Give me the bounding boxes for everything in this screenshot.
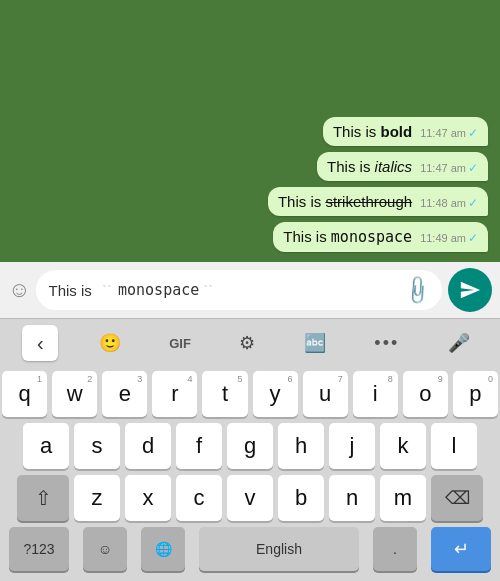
message-bold-text: This is bold: [333, 123, 412, 140]
language-key[interactable]: English: [199, 527, 359, 571]
key-r[interactable]: 4r: [152, 371, 197, 417]
key-m[interactable]: m: [380, 475, 426, 521]
key-d[interactable]: d: [125, 423, 171, 469]
keyboard-toolbar: ‹ 🙂 GIF ⚙ 🔤 ••• 🎤: [0, 318, 500, 367]
key-n[interactable]: n: [329, 475, 375, 521]
key-j[interactable]: j: [329, 423, 375, 469]
key-g[interactable]: g: [227, 423, 273, 469]
key-c[interactable]: c: [176, 475, 222, 521]
message-monospace: This is monospace 11:49 am ✓: [273, 222, 488, 252]
keyboard: 1q 2w 3e 4r 5t 6y 7u 8i 9o 0p a s d f g …: [0, 367, 500, 521]
read-check-3: ✓: [468, 196, 478, 210]
key-z[interactable]: z: [74, 475, 120, 521]
translate-button[interactable]: 🔤: [296, 328, 334, 358]
input-bar: ☺ This is `` monospace `` 📎: [0, 262, 500, 318]
translate-icon: 🔤: [304, 332, 326, 354]
num-key[interactable]: ?123: [9, 527, 69, 571]
message-strike-text: This is strikethrough: [278, 193, 412, 210]
message-bold: This is bold 11:47 am ✓: [323, 117, 488, 146]
key-y[interactable]: 6y: [253, 371, 298, 417]
more-button[interactable]: •••: [366, 329, 407, 358]
key-q[interactable]: 1q: [2, 371, 47, 417]
key-l[interactable]: l: [431, 423, 477, 469]
key-u[interactable]: 7u: [303, 371, 348, 417]
keyboard-row-3: ⇧ z x c v b n m ⌫: [2, 475, 498, 521]
message-italic: This is italics 11:47 am ✓: [317, 152, 488, 181]
microphone-button[interactable]: 🎤: [440, 328, 478, 358]
message-strike-meta: 11:48 am ✓: [420, 196, 478, 210]
key-t[interactable]: 5t: [202, 371, 247, 417]
key-p[interactable]: 0p: [453, 371, 498, 417]
return-key[interactable]: ↵: [431, 527, 491, 571]
period-label: .: [393, 541, 397, 557]
keyboard-row-2: a s d f g h j k l: [2, 423, 498, 469]
gear-icon: ⚙: [239, 332, 255, 354]
message-strikethrough: This is strikethrough 11:48 am ✓: [268, 187, 488, 216]
message-bold-meta: 11:47 am ✓: [420, 126, 478, 140]
emoji-key[interactable]: ☺: [83, 527, 127, 571]
dots-icon: •••: [374, 333, 399, 354]
shift-key[interactable]: ⇧: [17, 475, 69, 521]
return-icon: ↵: [454, 538, 469, 560]
emoji-key-icon: ☺: [98, 541, 112, 557]
input-mono-text: monospace: [118, 281, 199, 299]
sticker-icon: 🙂: [99, 332, 121, 354]
message-mono-meta: 11:49 am ✓: [420, 231, 478, 245]
settings-button[interactable]: ⚙: [231, 328, 263, 358]
sticker-button[interactable]: 🙂: [91, 328, 129, 358]
backspace-key[interactable]: ⌫: [431, 475, 483, 521]
globe-icon: 🌐: [155, 541, 172, 557]
key-i[interactable]: 8i: [353, 371, 398, 417]
read-check: ✓: [468, 126, 478, 140]
language-label: English: [256, 541, 302, 557]
message-italic-text: This is italics: [327, 158, 412, 175]
send-button[interactable]: [448, 268, 492, 312]
emoji-icon[interactable]: ☺: [8, 277, 30, 303]
read-check-4: ✓: [468, 231, 478, 245]
microphone-icon: 🎤: [448, 332, 470, 354]
key-e[interactable]: 3e: [102, 371, 147, 417]
keyboard-row-1: 1q 2w 3e 4r 5t 6y 7u 8i 9o 0p: [2, 371, 498, 417]
key-b[interactable]: b: [278, 475, 324, 521]
period-key[interactable]: .: [373, 527, 417, 571]
key-k[interactable]: k: [380, 423, 426, 469]
key-o[interactable]: 9o: [403, 371, 448, 417]
input-prefix-text: This is: [48, 282, 91, 299]
keyboard-bottom-row: ?123 ☺ 🌐 English . ↵: [0, 521, 500, 581]
read-check-2: ✓: [468, 161, 478, 175]
input-cursor-end: ``: [203, 282, 213, 299]
globe-key[interactable]: 🌐: [141, 527, 185, 571]
attachment-icon[interactable]: 📎: [400, 273, 435, 308]
num-key-label: ?123: [23, 541, 54, 557]
gif-label: GIF: [169, 336, 191, 351]
key-x[interactable]: x: [125, 475, 171, 521]
key-w[interactable]: 2w: [52, 371, 97, 417]
key-h[interactable]: h: [278, 423, 324, 469]
chat-area: This is bold 11:47 am ✓ This is italics …: [0, 0, 500, 262]
message-mono-text: This is monospace: [283, 228, 412, 246]
message-italic-meta: 11:47 am ✓: [420, 161, 478, 175]
key-v[interactable]: v: [227, 475, 273, 521]
gif-button[interactable]: GIF: [161, 332, 199, 355]
input-cursor: ``: [98, 282, 112, 299]
keyboard-back-button[interactable]: ‹: [22, 325, 58, 361]
message-input-field[interactable]: This is `` monospace `` 📎: [36, 270, 442, 310]
key-s[interactable]: s: [74, 423, 120, 469]
back-icon: ‹: [37, 332, 44, 355]
key-f[interactable]: f: [176, 423, 222, 469]
key-a[interactable]: a: [23, 423, 69, 469]
